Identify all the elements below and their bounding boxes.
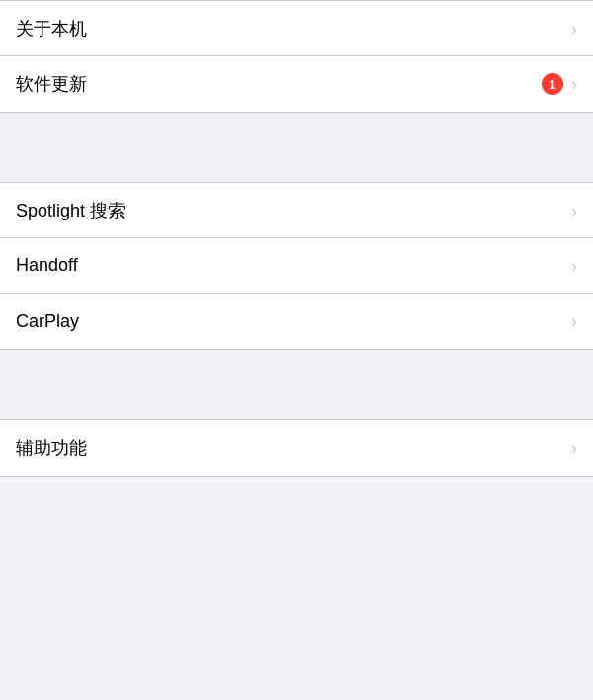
list-item-left-accessibility: 辅助功能 (16, 436, 571, 460)
list-item-right-spotlight: › (571, 202, 577, 219)
chevron-icon-carplay: › (571, 312, 577, 330)
list-item-left-software-update: 软件更新 (16, 72, 542, 96)
section-group2: Spotlight 搜索›Handoff›CarPlay› (0, 182, 593, 350)
chevron-icon-handoff: › (571, 257, 577, 275)
section-group-group1: 关于本机›软件更新1› (0, 0, 593, 113)
chevron-icon-spotlight: › (571, 202, 577, 219)
settings-list: 关于本机›软件更新1›Spotlight 搜索›Handoff›CarPlay›… (0, 0, 593, 477)
list-item-about[interactable]: 关于本机› (0, 1, 593, 56)
list-item-handoff[interactable]: Handoff› (0, 238, 593, 294)
list-item-right-about: › (571, 20, 577, 38)
list-item-right-carplay: › (571, 312, 577, 330)
label-carplay: CarPlay (16, 311, 79, 332)
badge-software-update: 1 (542, 73, 563, 95)
list-item-software-update[interactable]: 软件更新1› (0, 56, 593, 112)
chevron-icon-about: › (571, 20, 577, 38)
chevron-icon-software-update: › (571, 75, 577, 93)
section-group3: 辅助功能› (0, 419, 593, 477)
list-item-spotlight[interactable]: Spotlight 搜索› (0, 183, 593, 238)
list-item-right-software-update: 1› (542, 73, 577, 95)
label-software-update: 软件更新 (16, 72, 87, 96)
spacer-1 (0, 385, 593, 419)
list-item-carplay[interactable]: CarPlay› (0, 294, 593, 349)
list-item-accessibility[interactable]: 辅助功能› (0, 420, 593, 476)
list-item-left-about: 关于本机 (16, 17, 571, 41)
list-item-right-handoff: › (571, 257, 577, 275)
label-about: 关于本机 (16, 17, 87, 41)
label-accessibility: 辅助功能 (16, 436, 87, 460)
chevron-icon-accessibility: › (571, 439, 577, 457)
spacer-0 (0, 147, 593, 182)
list-item-left-handoff: Handoff (16, 255, 571, 276)
label-handoff: Handoff (16, 255, 78, 276)
list-item-right-accessibility: › (571, 439, 577, 457)
section-group-group3: 辅助功能› (0, 419, 593, 477)
list-item-left-spotlight: Spotlight 搜索 (16, 199, 571, 222)
label-spotlight: Spotlight 搜索 (16, 199, 126, 222)
section-group-group2: Spotlight 搜索›Handoff›CarPlay› (0, 182, 593, 350)
list-item-left-carplay: CarPlay (16, 311, 571, 332)
section-group1: 关于本机›软件更新1› (0, 0, 593, 113)
